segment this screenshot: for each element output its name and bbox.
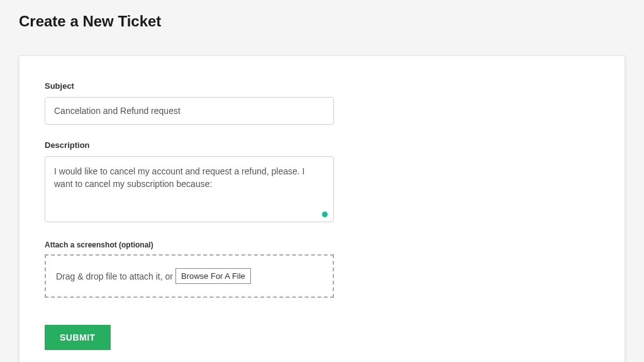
attachment-label: Attach a screenshot (optional)	[45, 240, 599, 249]
description-label: Description	[45, 140, 599, 150]
ticket-form-card: Subject Description Attach a screenshot …	[19, 55, 625, 362]
subject-label: Subject	[45, 81, 599, 91]
submit-button[interactable]: SUBMIT	[45, 325, 111, 350]
grammar-indicator-icon	[322, 212, 328, 217]
page-title: Create a New Ticket	[19, 13, 625, 30]
description-wrapper	[45, 156, 334, 225]
dropzone-text: Drag & drop file to attach it, or	[56, 271, 173, 281]
description-textarea[interactable]	[45, 156, 334, 222]
file-dropzone[interactable]: Drag & drop file to attach it, or Browse…	[45, 254, 334, 298]
attachment-group: Attach a screenshot (optional) Drag & dr…	[45, 240, 599, 298]
subject-input[interactable]	[45, 97, 334, 125]
browse-file-button[interactable]: Browse For A File	[175, 268, 251, 284]
subject-group: Subject	[45, 81, 599, 125]
description-group: Description	[45, 140, 599, 225]
